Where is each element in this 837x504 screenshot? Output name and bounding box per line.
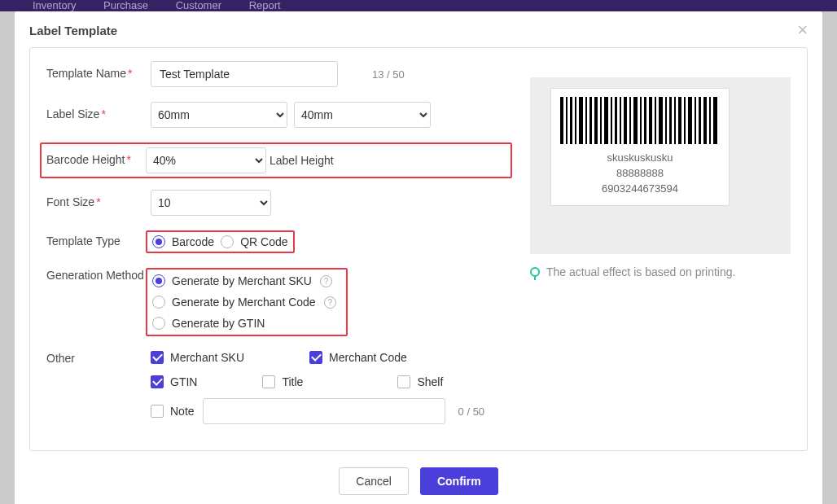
other-label: Other — [46, 351, 151, 367]
template-name-counter: 13 / 50 — [372, 68, 405, 81]
chk-merchant-code[interactable]: Merchant Code — [309, 351, 407, 364]
confirm-button[interactable]: Confirm — [420, 467, 498, 495]
label-width-select[interactable]: 60mm — [151, 102, 287, 128]
template-type-highlight: Barcode QR Code — [146, 230, 295, 253]
barcode-icon — [560, 97, 720, 144]
generation-method-highlight: Generate by Merchant SKU ? Generate by M… — [146, 268, 348, 336]
svg-rect-26 — [688, 97, 692, 144]
barcode-height-highlight: Barcode Height* 40% Label Height — [40, 142, 512, 178]
chk-gtin[interactable]: GTIN — [151, 375, 197, 388]
svg-rect-13 — [624, 97, 627, 144]
svg-rect-30 — [709, 97, 711, 144]
label-preview-area: skuskuskusku 88888888 6903244673594 — [530, 77, 791, 254]
svg-rect-23 — [674, 97, 676, 144]
svg-rect-14 — [629, 97, 631, 144]
svg-rect-18 — [649, 97, 652, 144]
preview-line-code: 88888888 — [559, 166, 721, 182]
svg-rect-28 — [699, 97, 701, 144]
svg-rect-10 — [611, 97, 612, 144]
form-panel: Template Name* 13 / 50 Label Size* 60mm — [29, 47, 808, 451]
label-size-label: Label Size* — [46, 107, 151, 123]
svg-rect-27 — [695, 97, 696, 144]
svg-rect-0 — [560, 97, 563, 144]
svg-rect-8 — [600, 97, 602, 144]
lightbulb-icon — [530, 267, 540, 277]
svg-rect-2 — [570, 97, 572, 144]
svg-rect-9 — [604, 97, 608, 144]
svg-rect-21 — [665, 97, 667, 144]
svg-rect-3 — [575, 97, 576, 144]
help-icon[interactable]: ? — [320, 275, 332, 287]
svg-rect-19 — [655, 97, 656, 144]
modal-title: Label Template — [29, 24, 117, 37]
generation-method-label: Generation Method — [46, 268, 151, 284]
close-icon[interactable]: × — [797, 21, 808, 39]
svg-rect-1 — [566, 97, 567, 144]
gen-by-gtin[interactable]: Generate by GTIN — [152, 317, 336, 330]
preview-line-sku: skuskuskusku — [559, 151, 721, 166]
svg-rect-12 — [620, 97, 621, 144]
chk-merchant-sku[interactable]: Merchant SKU — [151, 351, 244, 364]
preview-line-gtin: 6903244673594 — [559, 182, 721, 197]
template-type-qrcode[interactable]: QR Code — [221, 235, 287, 248]
svg-rect-29 — [703, 97, 707, 144]
font-size-label: Font Size* — [46, 195, 151, 211]
preview-hint: The actual effect is based on printing. — [530, 265, 791, 278]
svg-rect-25 — [684, 97, 686, 144]
template-name-label: Template Name* — [46, 66, 151, 82]
svg-rect-4 — [579, 97, 583, 144]
help-icon[interactable]: ? — [324, 296, 336, 309]
font-size-select[interactable]: 10 — [151, 190, 271, 216]
svg-rect-24 — [678, 97, 681, 144]
gen-by-sku[interactable]: Generate by Merchant SKU ? — [152, 274, 336, 287]
svg-rect-31 — [713, 97, 717, 144]
cancel-button[interactable]: Cancel — [339, 467, 409, 495]
barcode-height-label: Barcode Height* — [46, 152, 146, 169]
chk-note[interactable]: Note — [151, 405, 195, 418]
svg-rect-7 — [594, 97, 598, 144]
template-type-label: Template Type — [46, 234, 151, 250]
note-input[interactable] — [203, 398, 445, 424]
template-type-barcode[interactable]: Barcode — [152, 235, 214, 248]
svg-rect-6 — [589, 97, 592, 144]
label-preview: skuskuskusku 88888888 6903244673594 — [551, 89, 729, 205]
svg-rect-20 — [659, 97, 663, 144]
chk-title[interactable]: Title — [262, 375, 303, 388]
svg-rect-17 — [644, 97, 646, 144]
barcode-height-suffix: Label Height — [270, 154, 334, 167]
svg-rect-5 — [585, 97, 587, 144]
chk-shelf[interactable]: Shelf — [397, 375, 443, 388]
svg-rect-15 — [633, 97, 638, 144]
gen-by-code[interactable]: Generate by Merchant Code ? — [152, 296, 336, 309]
label-height-select[interactable]: 40mm — [294, 102, 431, 128]
barcode-height-select[interactable]: 40% — [146, 147, 266, 173]
svg-rect-22 — [669, 97, 672, 144]
label-template-modal: Label Template × Template Name* 13 / 50 — [15, 11, 822, 504]
note-counter: 0 / 50 — [458, 405, 485, 418]
svg-rect-16 — [640, 97, 642, 144]
svg-rect-11 — [615, 97, 617, 144]
template-name-input[interactable] — [151, 61, 338, 87]
